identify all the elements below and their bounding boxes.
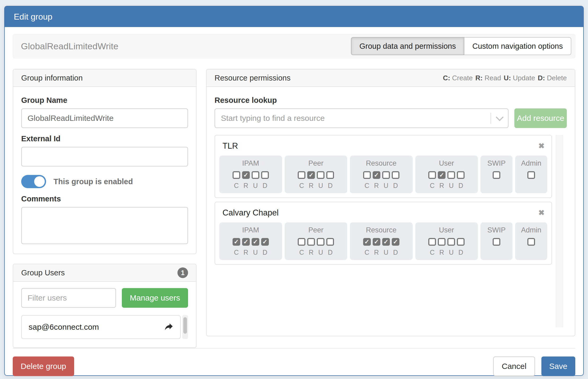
crud-letter: D	[392, 182, 399, 190]
unchecked-checkbox[interactable]	[326, 238, 334, 246]
crud-letter: D	[457, 182, 465, 190]
add-resource-button[interactable]: Add resource	[514, 108, 567, 128]
checked-checkbox[interactable]: ✓	[242, 238, 250, 246]
users-filter-row: Manage users	[21, 288, 188, 308]
crud-letters: CRUD	[352, 182, 411, 190]
crud-letter: U	[447, 249, 455, 256]
modal-title: Edit group	[14, 12, 52, 22]
remove-resource-icon[interactable]: ✖	[538, 142, 545, 150]
permission-group-name: IPAM	[221, 159, 280, 168]
tab-group-data-and-permissions[interactable]: Group data and permissions	[351, 37, 464, 55]
unchecked-checkbox[interactable]	[457, 238, 465, 246]
unchecked-checkbox[interactable]	[261, 171, 269, 179]
cancel-button[interactable]: Cancel	[493, 356, 535, 376]
user-list-item[interactable]: sap@6connect.com	[22, 316, 180, 338]
unchecked-checkbox[interactable]	[493, 238, 500, 246]
unchecked-checkbox[interactable]	[382, 171, 390, 179]
crud-letter: U	[317, 249, 324, 256]
group-enabled-toggle[interactable]	[21, 175, 46, 188]
checked-checkbox[interactable]: ✓	[438, 171, 446, 179]
crud-letters: CRUD	[287, 249, 345, 256]
unchecked-checkbox[interactable]	[493, 171, 500, 179]
unchecked-checkbox[interactable]	[527, 171, 535, 179]
unchecked-checkbox[interactable]	[307, 238, 315, 246]
unchecked-checkbox[interactable]	[326, 171, 334, 179]
checked-checkbox[interactable]: ✓	[261, 238, 269, 246]
filter-users-input[interactable]	[21, 288, 116, 308]
tab-custom-navigation-options[interactable]: Custom navigation options	[464, 37, 571, 55]
unchecked-checkbox[interactable]	[363, 171, 371, 179]
remove-resource-icon[interactable]: ✖	[538, 209, 545, 217]
group-name-heading: GlobalReadLimitedWrite	[21, 41, 118, 51]
checked-checkbox[interactable]: ✓	[233, 238, 240, 246]
permission-group-admin: Admin	[515, 222, 547, 260]
modal-body: GlobalReadLimitedWrite Group data and pe…	[5, 27, 583, 375]
resource-card-head: Calvary Chapel✖	[215, 202, 551, 222]
resource-lookup-input[interactable]	[215, 109, 491, 127]
user-list-scrollbar-thumb[interactable]	[183, 317, 187, 334]
permission-row: IPAM✓CRUDPeer✓CRUDResource✓CRUDUser✓CRUD…	[215, 156, 551, 197]
user-list-wrap: sap@6connect.com	[21, 315, 188, 339]
unchecked-checkbox[interactable]	[527, 238, 535, 246]
crud-letter: D	[261, 182, 269, 190]
unchecked-checkbox[interactable]	[428, 238, 436, 246]
unchecked-checkbox[interactable]	[457, 171, 465, 179]
checked-checkbox[interactable]: ✓	[252, 238, 259, 246]
user-list: sap@6connect.com	[21, 315, 181, 339]
resource-list-scrollbar[interactable]	[556, 135, 563, 327]
unchecked-checkbox[interactable]	[447, 238, 455, 246]
comments-textarea[interactable]	[21, 207, 188, 244]
checkbox-row	[417, 238, 476, 246]
unchecked-checkbox[interactable]	[428, 171, 436, 179]
unchecked-checkbox[interactable]	[298, 238, 305, 246]
delete-group-button[interactable]: Delete group	[13, 356, 74, 376]
manage-users-button[interactable]: Manage users	[122, 288, 188, 308]
resource-card: TLR✖IPAM✓CRUDPeer✓CRUDResource✓CRUDUser✓…	[215, 135, 552, 198]
group-users-title: Group Users	[21, 268, 65, 277]
resource-card-head: TLR✖	[215, 135, 551, 156]
checked-checkbox[interactable]: ✓	[373, 238, 380, 246]
unchecked-checkbox[interactable]	[438, 238, 446, 246]
checked-checkbox[interactable]: ✓	[363, 238, 371, 246]
crud-letter: C	[363, 249, 371, 256]
checkbox-row: ✓	[417, 171, 476, 179]
resource-name: Calvary Chapel	[222, 208, 279, 218]
chevron-down-icon	[496, 113, 504, 121]
unchecked-checkbox[interactable]	[447, 171, 455, 179]
crud-letter: R	[242, 182, 250, 190]
checked-checkbox[interactable]: ✓	[307, 171, 315, 179]
lookup-dropdown-button[interactable]	[491, 109, 508, 127]
checked-checkbox[interactable]: ✓	[382, 238, 390, 246]
unchecked-checkbox[interactable]	[317, 238, 324, 246]
tab-group: Group data and permissionsCustom navigat…	[351, 37, 571, 55]
permission-group-admin: Admin	[515, 156, 547, 193]
unchecked-checkbox[interactable]	[233, 171, 240, 179]
checked-checkbox[interactable]: ✓	[242, 171, 250, 179]
crud-letter: U	[317, 182, 324, 190]
checkbox-row: ✓	[287, 171, 345, 179]
unchecked-checkbox[interactable]	[298, 171, 305, 179]
crud-letter: C	[233, 249, 240, 256]
enabled-toggle-row: This group is enabled	[21, 175, 188, 188]
permission-group-name: Admin	[517, 226, 545, 234]
unchecked-checkbox[interactable]	[317, 171, 324, 179]
group-name-input[interactable]	[21, 108, 188, 128]
legend-item-d: D: Delete	[538, 74, 567, 82]
permission-group-name: Resource	[352, 159, 411, 168]
group-information-body: Group Name External Id This group is ena…	[13, 87, 196, 254]
permission-group-name: IPAM	[221, 226, 280, 234]
resource-permissions-panel: Resource permissions C: CreateR: ReadU: …	[206, 69, 575, 336]
unchecked-checkbox[interactable]	[392, 171, 399, 179]
checked-checkbox[interactable]: ✓	[392, 238, 399, 246]
user-list-scrollbar[interactable]	[182, 315, 188, 339]
save-button[interactable]: Save	[541, 356, 575, 376]
crud-letters: CRUD	[287, 182, 345, 190]
legend-item-r: R: Read	[475, 74, 501, 82]
group-title-strip: GlobalReadLimitedWrite Group data and pe…	[13, 34, 575, 58]
crud-letter: C	[298, 182, 305, 190]
permission-group-user: UserCRUD	[415, 222, 478, 260]
external-id-input[interactable]	[21, 147, 188, 166]
unchecked-checkbox[interactable]	[252, 171, 259, 179]
checked-checkbox[interactable]: ✓	[373, 171, 380, 179]
resource-permissions-body: Resource lookup Add resource	[207, 87, 575, 336]
